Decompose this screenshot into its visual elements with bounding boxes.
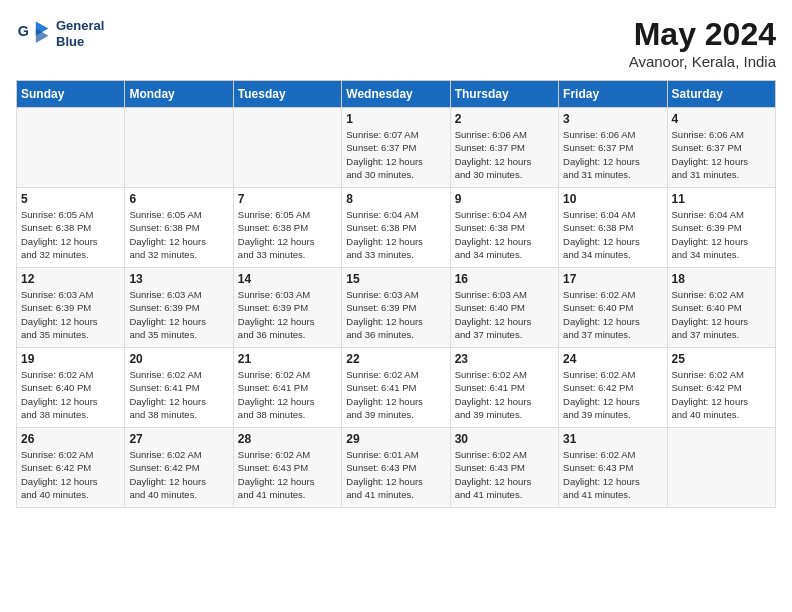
calendar-week-4: 19Sunrise: 6:02 AMSunset: 6:40 PMDayligh… <box>17 348 776 428</box>
day-info: Sunrise: 6:02 AMSunset: 6:41 PMDaylight:… <box>346 368 445 421</box>
svg-text:G: G <box>18 23 29 39</box>
calendar-week-5: 26Sunrise: 6:02 AMSunset: 6:42 PMDayligh… <box>17 428 776 508</box>
day-number: 22 <box>346 352 445 366</box>
weekday-header-tuesday: Tuesday <box>233 81 341 108</box>
day-info: Sunrise: 6:04 AMSunset: 6:38 PMDaylight:… <box>346 208 445 261</box>
day-info: Sunrise: 6:07 AMSunset: 6:37 PMDaylight:… <box>346 128 445 181</box>
logo-icon: G <box>16 16 52 52</box>
day-info: Sunrise: 6:02 AMSunset: 6:43 PMDaylight:… <box>455 448 554 501</box>
day-number: 24 <box>563 352 662 366</box>
calendar-cell: 3Sunrise: 6:06 AMSunset: 6:37 PMDaylight… <box>559 108 667 188</box>
day-info: Sunrise: 6:02 AMSunset: 6:40 PMDaylight:… <box>563 288 662 341</box>
day-number: 25 <box>672 352 771 366</box>
calendar-cell: 28Sunrise: 6:02 AMSunset: 6:43 PMDayligh… <box>233 428 341 508</box>
calendar-cell: 8Sunrise: 6:04 AMSunset: 6:38 PMDaylight… <box>342 188 450 268</box>
calendar-cell: 27Sunrise: 6:02 AMSunset: 6:42 PMDayligh… <box>125 428 233 508</box>
day-number: 20 <box>129 352 228 366</box>
day-number: 9 <box>455 192 554 206</box>
day-info: Sunrise: 6:06 AMSunset: 6:37 PMDaylight:… <box>563 128 662 181</box>
day-number: 29 <box>346 432 445 446</box>
day-info: Sunrise: 6:02 AMSunset: 6:42 PMDaylight:… <box>21 448 120 501</box>
day-info: Sunrise: 6:03 AMSunset: 6:39 PMDaylight:… <box>21 288 120 341</box>
calendar-cell: 24Sunrise: 6:02 AMSunset: 6:42 PMDayligh… <box>559 348 667 428</box>
calendar-cell: 11Sunrise: 6:04 AMSunset: 6:39 PMDayligh… <box>667 188 775 268</box>
day-number: 12 <box>21 272 120 286</box>
weekday-header-friday: Friday <box>559 81 667 108</box>
weekday-header-saturday: Saturday <box>667 81 775 108</box>
day-info: Sunrise: 6:03 AMSunset: 6:39 PMDaylight:… <box>129 288 228 341</box>
calendar-cell: 13Sunrise: 6:03 AMSunset: 6:39 PMDayligh… <box>125 268 233 348</box>
day-number: 27 <box>129 432 228 446</box>
calendar-cell: 29Sunrise: 6:01 AMSunset: 6:43 PMDayligh… <box>342 428 450 508</box>
calendar-cell: 5Sunrise: 6:05 AMSunset: 6:38 PMDaylight… <box>17 188 125 268</box>
day-number: 18 <box>672 272 771 286</box>
day-info: Sunrise: 6:06 AMSunset: 6:37 PMDaylight:… <box>672 128 771 181</box>
calendar-cell: 15Sunrise: 6:03 AMSunset: 6:39 PMDayligh… <box>342 268 450 348</box>
calendar-cell: 26Sunrise: 6:02 AMSunset: 6:42 PMDayligh… <box>17 428 125 508</box>
calendar-cell: 18Sunrise: 6:02 AMSunset: 6:40 PMDayligh… <box>667 268 775 348</box>
day-info: Sunrise: 6:04 AMSunset: 6:38 PMDaylight:… <box>455 208 554 261</box>
calendar-cell: 14Sunrise: 6:03 AMSunset: 6:39 PMDayligh… <box>233 268 341 348</box>
day-number: 13 <box>129 272 228 286</box>
day-info: Sunrise: 6:02 AMSunset: 6:40 PMDaylight:… <box>672 288 771 341</box>
day-number: 3 <box>563 112 662 126</box>
calendar-cell: 10Sunrise: 6:04 AMSunset: 6:38 PMDayligh… <box>559 188 667 268</box>
day-number: 7 <box>238 192 337 206</box>
day-info: Sunrise: 6:05 AMSunset: 6:38 PMDaylight:… <box>238 208 337 261</box>
day-info: Sunrise: 6:06 AMSunset: 6:37 PMDaylight:… <box>455 128 554 181</box>
calendar-cell: 19Sunrise: 6:02 AMSunset: 6:40 PMDayligh… <box>17 348 125 428</box>
day-number: 4 <box>672 112 771 126</box>
day-number: 30 <box>455 432 554 446</box>
day-number: 26 <box>21 432 120 446</box>
day-info: Sunrise: 6:02 AMSunset: 6:43 PMDaylight:… <box>563 448 662 501</box>
logo-text: General Blue <box>56 18 104 49</box>
day-info: Sunrise: 6:03 AMSunset: 6:39 PMDaylight:… <box>238 288 337 341</box>
day-number: 16 <box>455 272 554 286</box>
calendar-cell: 1Sunrise: 6:07 AMSunset: 6:37 PMDaylight… <box>342 108 450 188</box>
day-info: Sunrise: 6:01 AMSunset: 6:43 PMDaylight:… <box>346 448 445 501</box>
calendar-cell <box>125 108 233 188</box>
day-number: 19 <box>21 352 120 366</box>
day-number: 6 <box>129 192 228 206</box>
day-number: 5 <box>21 192 120 206</box>
calendar-cell: 12Sunrise: 6:03 AMSunset: 6:39 PMDayligh… <box>17 268 125 348</box>
day-number: 11 <box>672 192 771 206</box>
day-info: Sunrise: 6:02 AMSunset: 6:42 PMDaylight:… <box>129 448 228 501</box>
header: G General Blue May 2024 Avanoor, Kerala,… <box>16 16 776 70</box>
calendar-cell: 17Sunrise: 6:02 AMSunset: 6:40 PMDayligh… <box>559 268 667 348</box>
calendar-week-2: 5Sunrise: 6:05 AMSunset: 6:38 PMDaylight… <box>17 188 776 268</box>
day-info: Sunrise: 6:05 AMSunset: 6:38 PMDaylight:… <box>21 208 120 261</box>
calendar-cell: 22Sunrise: 6:02 AMSunset: 6:41 PMDayligh… <box>342 348 450 428</box>
logo: G General Blue <box>16 16 104 52</box>
day-info: Sunrise: 6:02 AMSunset: 6:41 PMDaylight:… <box>238 368 337 421</box>
calendar-week-1: 1Sunrise: 6:07 AMSunset: 6:37 PMDaylight… <box>17 108 776 188</box>
day-number: 21 <box>238 352 337 366</box>
calendar-cell <box>667 428 775 508</box>
calendar-cell: 16Sunrise: 6:03 AMSunset: 6:40 PMDayligh… <box>450 268 558 348</box>
weekday-header-thursday: Thursday <box>450 81 558 108</box>
day-number: 2 <box>455 112 554 126</box>
subtitle: Avanoor, Kerala, India <box>629 53 776 70</box>
calendar-cell: 4Sunrise: 6:06 AMSunset: 6:37 PMDaylight… <box>667 108 775 188</box>
day-info: Sunrise: 6:02 AMSunset: 6:40 PMDaylight:… <box>21 368 120 421</box>
day-number: 10 <box>563 192 662 206</box>
day-number: 28 <box>238 432 337 446</box>
calendar-cell: 9Sunrise: 6:04 AMSunset: 6:38 PMDaylight… <box>450 188 558 268</box>
day-number: 15 <box>346 272 445 286</box>
day-number: 31 <box>563 432 662 446</box>
day-info: Sunrise: 6:02 AMSunset: 6:43 PMDaylight:… <box>238 448 337 501</box>
calendar-cell: 25Sunrise: 6:02 AMSunset: 6:42 PMDayligh… <box>667 348 775 428</box>
title-block: May 2024 Avanoor, Kerala, India <box>629 16 776 70</box>
day-info: Sunrise: 6:04 AMSunset: 6:39 PMDaylight:… <box>672 208 771 261</box>
calendar-cell: 30Sunrise: 6:02 AMSunset: 6:43 PMDayligh… <box>450 428 558 508</box>
day-number: 8 <box>346 192 445 206</box>
day-info: Sunrise: 6:05 AMSunset: 6:38 PMDaylight:… <box>129 208 228 261</box>
calendar-cell: 23Sunrise: 6:02 AMSunset: 6:41 PMDayligh… <box>450 348 558 428</box>
calendar-cell: 6Sunrise: 6:05 AMSunset: 6:38 PMDaylight… <box>125 188 233 268</box>
day-info: Sunrise: 6:03 AMSunset: 6:39 PMDaylight:… <box>346 288 445 341</box>
calendar-cell <box>17 108 125 188</box>
calendar-week-3: 12Sunrise: 6:03 AMSunset: 6:39 PMDayligh… <box>17 268 776 348</box>
calendar-cell <box>233 108 341 188</box>
calendar-cell: 7Sunrise: 6:05 AMSunset: 6:38 PMDaylight… <box>233 188 341 268</box>
day-number: 1 <box>346 112 445 126</box>
